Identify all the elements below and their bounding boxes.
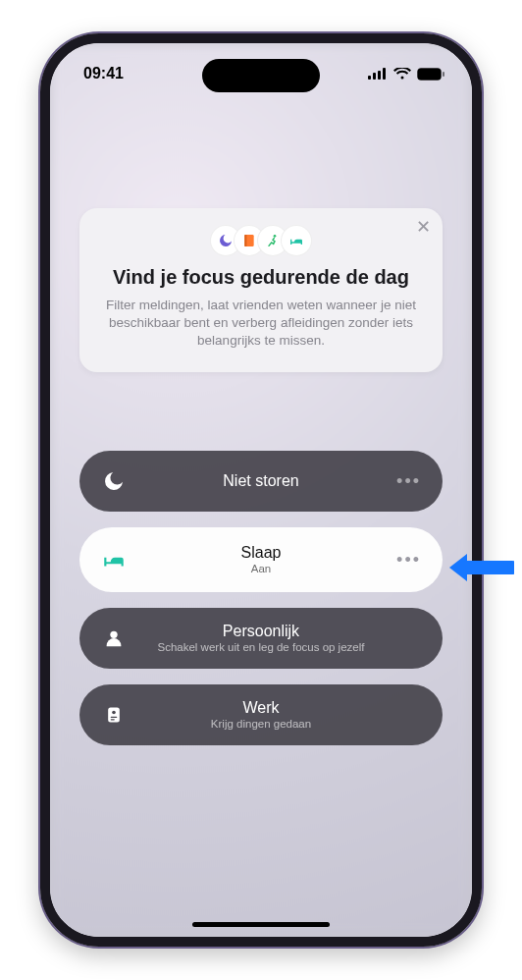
svg-rect-3 — [383, 68, 386, 80]
focus-label: Niet storen — [223, 472, 298, 490]
person-icon — [101, 626, 127, 651]
status-time: 09:41 — [83, 65, 124, 82]
svg-point-10 — [110, 631, 117, 638]
focus-do-not-disturb[interactable]: Niet storen ••• — [79, 451, 443, 512]
moon-icon — [101, 468, 127, 494]
focus-sub: Schakel werk uit en leg de focus op jeze… — [158, 641, 365, 654]
focus-list: Niet storen ••• Slaap Aan ••• — [79, 451, 443, 745]
phone-frame: 09:41 ✕ Vind je focus gedurende de dag F… — [40, 33, 482, 947]
svg-point-12 — [112, 711, 116, 715]
wifi-icon — [393, 68, 411, 80]
focus-sub: Aan — [251, 563, 271, 575]
focus-sub: Krijg dingen gedaan — [211, 718, 311, 731]
focus-work[interactable]: Werk Krijg dingen gedaan — [79, 684, 443, 745]
focus-label: Werk — [242, 699, 279, 717]
card-body: Filter meldingen, laat vrienden weten wa… — [101, 297, 421, 351]
bed-icon — [101, 547, 127, 572]
svg-rect-0 — [368, 76, 371, 80]
battery-icon — [417, 68, 444, 81]
focus-icon-row — [101, 226, 421, 255]
home-indicator[interactable] — [192, 922, 330, 927]
card-title: Vind je focus gedurende de dag — [101, 265, 421, 289]
svg-rect-13 — [111, 717, 118, 718]
screen: 09:41 ✕ Vind je focus gedurende de dag F… — [50, 43, 472, 937]
svg-rect-14 — [111, 719, 115, 720]
focus-label: Persoonlijk — [223, 623, 299, 640]
focus-sleep[interactable]: Slaap Aan ••• — [79, 527, 443, 592]
svg-point-9 — [274, 235, 277, 238]
cellular-icon — [368, 68, 388, 80]
more-icon[interactable]: ••• — [396, 550, 421, 571]
more-icon[interactable]: ••• — [396, 471, 421, 492]
svg-rect-2 — [378, 71, 381, 80]
stage: 09:41 ✕ Vind je focus gedurende de dag F… — [0, 0, 522, 980]
svg-rect-6 — [443, 72, 444, 77]
dynamic-island — [202, 59, 320, 92]
focus-label: Slaap — [241, 544, 282, 562]
badge-icon — [101, 702, 127, 728]
svg-rect-1 — [373, 73, 376, 80]
bed-icon — [282, 226, 311, 255]
svg-rect-8 — [244, 235, 246, 246]
close-icon[interactable]: ✕ — [416, 218, 431, 236]
status-right — [368, 68, 444, 81]
svg-rect-5 — [419, 70, 440, 79]
focus-personal[interactable]: Persoonlijk Schakel werk uit en leg de f… — [79, 608, 443, 669]
focus-info-card: ✕ Vind je focus gedurende de dag Filter … — [79, 208, 443, 372]
